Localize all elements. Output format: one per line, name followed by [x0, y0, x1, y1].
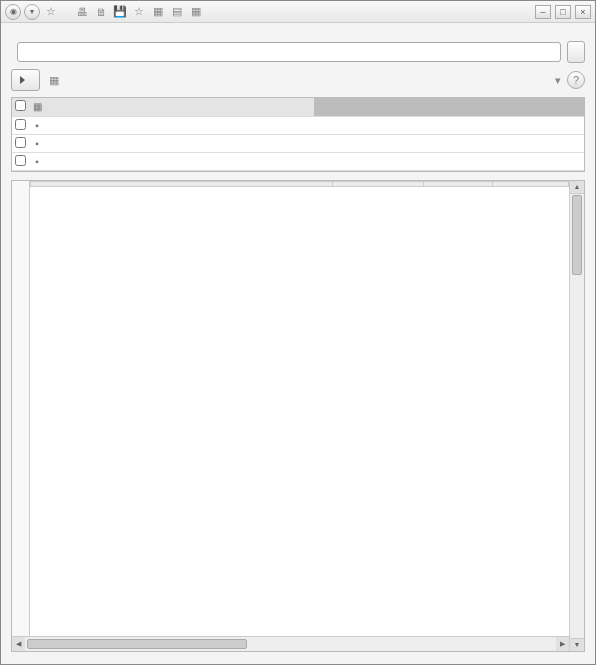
play-icon [20, 76, 25, 84]
filter-op[interactable] [204, 98, 314, 116]
col-qty [333, 181, 424, 186]
filter-row: ▦ [12, 98, 584, 116]
filter-value[interactable] [314, 116, 584, 134]
filter-checkbox[interactable] [15, 100, 26, 111]
m-icon[interactable] [207, 4, 223, 20]
calendar-icon[interactable]: ▦ [188, 4, 204, 20]
filter-row: ▪ [12, 134, 584, 152]
preview-icon[interactable]: 🗎 [93, 4, 109, 20]
filter-value[interactable] [314, 152, 584, 170]
filter-checkbox[interactable] [15, 155, 26, 166]
print-icon[interactable]: 🖶 [74, 4, 90, 20]
dept-icon: ▪ [29, 134, 45, 152]
dropdown-icon[interactable]: ▾ [24, 4, 40, 20]
filter-label[interactable] [45, 152, 204, 170]
filter-row: ▪ [12, 116, 584, 134]
grid-icon[interactable]: ▦ [150, 4, 166, 20]
favorite-icon[interactable]: ☆ [131, 4, 147, 20]
scroll-right-icon[interactable]: ▶ [556, 637, 569, 651]
filters-panel: ▦ ▪ ▪ [11, 97, 585, 172]
calendar-icon: ▦ [29, 98, 45, 116]
app-menu-icon[interactable]: ◉ [5, 4, 21, 20]
filter-op[interactable] [204, 134, 314, 152]
report-area: ▲ ▼ ◀ ▶ [11, 180, 585, 652]
calc-icon[interactable]: ▤ [169, 4, 185, 20]
vertical-scrollbar[interactable]: ▲ ▼ [569, 181, 584, 651]
col-busy [423, 181, 493, 186]
m-plus-icon[interactable] [226, 4, 242, 20]
filter-label[interactable] [45, 116, 204, 134]
position-icon: ▪ [29, 152, 45, 170]
settings-icon[interactable]: ▦ [46, 72, 62, 88]
col-vac [493, 181, 569, 186]
horizontal-scrollbar[interactable]: ◀ ▶ [12, 636, 569, 651]
filter-label[interactable] [45, 98, 204, 116]
filter-value[interactable] [314, 134, 584, 152]
filter-label[interactable] [45, 134, 204, 152]
filter-checkbox[interactable] [15, 137, 26, 148]
scroll-thumb[interactable] [572, 195, 582, 275]
maximize-button[interactable]: □ [555, 5, 571, 19]
star-icon[interactable]: ☆ [43, 4, 59, 20]
app-window: ◉ ▾ ☆ 🖶 🗎 💾 ☆ ▦ ▤ ▦ – □ × ▦ ▾ [0, 0, 596, 665]
close-button[interactable]: × [575, 5, 591, 19]
save-icon[interactable]: 💾 [112, 4, 128, 20]
generate-button[interactable] [11, 69, 40, 91]
org-icon: ▪ [29, 116, 45, 134]
help-button[interactable]: ? [567, 71, 585, 89]
filter-op[interactable] [204, 116, 314, 134]
scroll-left-icon[interactable]: ◀ [12, 637, 25, 651]
scroll-up-icon[interactable]: ▲ [570, 181, 584, 194]
filter-value[interactable] [314, 98, 584, 116]
tree-gutter [12, 181, 30, 651]
titlebar: ◉ ▾ ☆ 🖶 🗎 💾 ☆ ▦ ▤ ▦ – □ × [1, 1, 595, 23]
all-actions-link[interactable]: ▾ [555, 74, 561, 87]
scroll-down-icon[interactable]: ▼ [570, 638, 584, 651]
filter-row: ▪ [12, 152, 584, 170]
scroll-thumb[interactable] [27, 639, 247, 649]
report-table [30, 181, 569, 187]
filter-checkbox[interactable] [15, 119, 26, 130]
variant-field[interactable] [17, 42, 561, 62]
choose-variant-button[interactable] [567, 41, 585, 63]
filter-op[interactable] [204, 152, 314, 170]
m-minus-icon[interactable] [245, 4, 261, 20]
minimize-button[interactable]: – [535, 5, 551, 19]
